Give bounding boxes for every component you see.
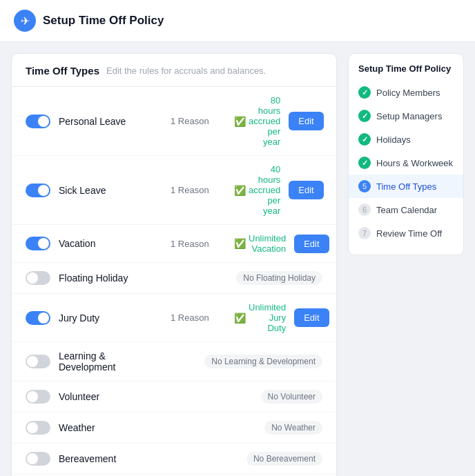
check-circle-icon: ✅	[234, 116, 246, 127]
check-circle-icon: ✅	[234, 313, 246, 324]
item-name-personal-leave: Personal Leave	[59, 116, 162, 127]
item-name-volunteer: Volunteer	[59, 391, 162, 402]
item-reason-jury-duty: 1 Reason	[171, 313, 226, 323]
list-item-volunteer: VolunteerNo Volunteer	[12, 381, 336, 413]
check-circle-icon: ✅	[234, 185, 246, 196]
panel-title: Time Off Types	[26, 65, 99, 77]
toggle-floating-holiday[interactable]	[26, 271, 50, 285]
panel-subtitle: Edit the rules for accruals and balances…	[106, 66, 266, 76]
active-icon-time-off-types: 5	[358, 180, 371, 192]
item-name-bereavement: Bereavement	[59, 453, 162, 464]
item-status-volunteer: No Volunteer	[171, 390, 322, 404]
header-icon: ✈	[14, 10, 36, 32]
item-reason-vacation: 1 Reason	[171, 239, 226, 249]
list-item-bereavement: BereavementNo Bereavement	[12, 444, 336, 475]
toggle-vacation[interactable]	[26, 237, 50, 250]
pending-icon-team-calendar: 6	[358, 204, 371, 216]
toggle-bereavement[interactable]	[26, 452, 50, 466]
item-name-sick-leave: Sick Leave	[59, 185, 162, 196]
sidebar-label-policy-members: Policy Members	[376, 88, 440, 98]
sidebar-item-holidays[interactable]: Holidays	[349, 128, 463, 151]
sidebar-item-hours-workweek[interactable]: Hours & Workweek	[349, 151, 463, 175]
list-item-jury-duty: Jury Duty1 Reason✅ Unlimited Jury DutyEd…	[12, 294, 336, 342]
edit-button-sick-leave[interactable]: Edit	[289, 181, 323, 199]
item-status-sick-leave: ✅ 40 hours accrued per year	[234, 164, 280, 216]
pending-icon-review-time-off: 7	[358, 227, 371, 239]
item-name-floating-holiday: Floating Holiday	[59, 272, 162, 284]
sidebar: Setup Time Off Policy Policy MembersSetu…	[348, 53, 464, 255]
list-item-weather: WeatherNo Weather	[12, 413, 336, 444]
item-status-floating-holiday: No Floating Holiday	[171, 271, 322, 285]
sidebar-label-hours-workweek: Hours & Workweek	[376, 158, 453, 168]
edit-button-personal-leave[interactable]: Edit	[289, 112, 323, 130]
item-name-jury-duty: Jury Duty	[59, 313, 162, 324]
toggle-sick-leave[interactable]	[26, 184, 50, 197]
header: ✈ Setup Time Off Policy	[0, 0, 475, 42]
item-reason-personal-leave: 1 Reason	[171, 116, 226, 126]
item-status-weather: No Weather	[171, 421, 322, 435]
completed-icon-holidays	[358, 133, 371, 146]
list-item-floating-holiday: Floating HolidayNo Floating Holiday	[12, 263, 336, 294]
item-name-weather: Weather	[59, 422, 162, 433]
list-item-sick-leave: Sick Leave1 Reason✅ 40 hours accrued per…	[12, 156, 336, 225]
list-item-personal-leave: Personal Leave1 Reason✅ 80 hours accrued…	[12, 87, 336, 156]
sidebar-label-team-calendar: Team Calendar	[376, 205, 437, 215]
list-item-learning-development: Learning & DevelopmentNo Learning & Deve…	[12, 342, 336, 381]
item-name-vacation: Vacation	[59, 238, 162, 249]
sidebar-label-setup-managers: Setup Managers	[376, 111, 442, 121]
sidebar-title: Setup Time Off Policy	[349, 63, 463, 81]
item-name-learning-development: Learning & Development	[59, 350, 162, 373]
sidebar-item-review-time-off[interactable]: 7Review Time Off	[349, 221, 463, 245]
toggle-personal-leave[interactable]	[26, 115, 50, 128]
completed-icon-policy-members	[358, 86, 371, 99]
list-item-vacation: Vacation1 Reason✅ Unlimited VacationEdit	[12, 225, 336, 263]
sidebar-item-setup-managers[interactable]: Setup Managers	[349, 104, 463, 128]
item-reason-sick-leave: 1 Reason	[171, 185, 226, 195]
item-status-jury-duty: ✅ Unlimited Jury Duty	[234, 302, 286, 333]
header-title: Setup Time Off Policy	[43, 14, 164, 28]
toggle-volunteer[interactable]	[26, 390, 50, 404]
item-status-bereavement: No Bereavement	[171, 452, 322, 466]
sidebar-item-policy-members[interactable]: Policy Members	[349, 81, 463, 104]
sidebar-label-time-off-types: Time Off Types	[376, 181, 436, 192]
sidebar-label-holidays: Holidays	[376, 135, 411, 145]
edit-button-vacation[interactable]: Edit	[294, 235, 329, 253]
completed-icon-hours-workweek	[358, 157, 371, 169]
completed-icon-setup-managers	[358, 110, 371, 122]
toggle-jury-duty[interactable]	[26, 311, 50, 325]
toggle-learning-development[interactable]	[26, 355, 50, 368]
item-status-personal-leave: ✅ 80 hours accrued per year	[234, 95, 280, 147]
sidebar-item-time-off-types[interactable]: 5Time Off Types	[349, 175, 463, 198]
item-status-learning-development: No Learning & Development	[171, 355, 322, 368]
sidebar-item-team-calendar[interactable]: 6Team Calendar	[349, 198, 463, 221]
check-circle-icon: ✅	[234, 238, 246, 249]
sidebar-label-review-time-off: Review Time Off	[376, 228, 442, 239]
item-status-vacation: ✅ Unlimited Vacation	[234, 233, 286, 254]
toggle-weather[interactable]	[26, 421, 50, 435]
edit-button-jury-duty[interactable]: Edit	[294, 308, 329, 327]
time-off-list: Personal Leave1 Reason✅ 80 hours accrued…	[12, 87, 336, 476]
